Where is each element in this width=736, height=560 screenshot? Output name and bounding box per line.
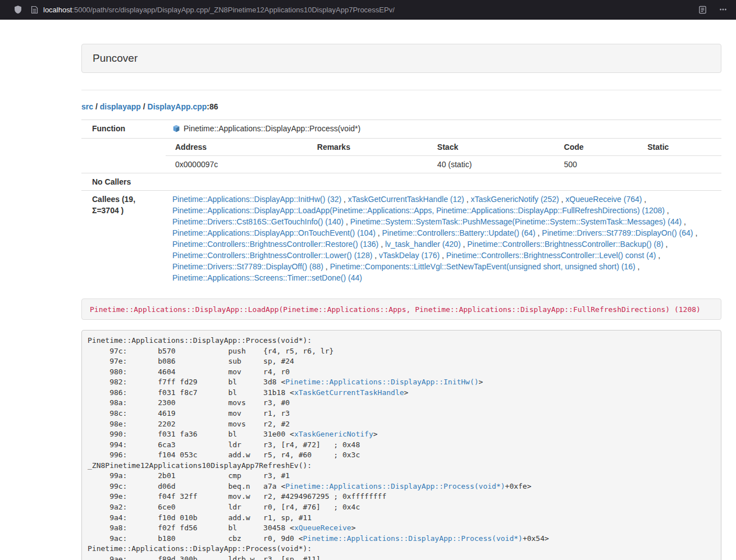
disassembly-symbol-link[interactable]: Pinetime::Applications::DisplayApp::Proc… — [285, 482, 505, 490]
stack-value: 40 (static) — [428, 156, 555, 173]
callee-link[interactable]: xTaskGetCurrentTaskHandle (12) — [348, 195, 464, 204]
disassembly-symbol-link[interactable]: Pinetime::Applications::DisplayApp::Init… — [285, 378, 478, 386]
callee-link[interactable]: Pinetime::Controllers::BrightnessControl… — [446, 251, 656, 260]
callee-link[interactable]: Pinetime::Controllers::Battery::Update()… — [382, 228, 536, 237]
function-table: Function Pinetime::Applications::Display… — [81, 120, 721, 286]
code-value: 500 — [555, 156, 638, 173]
callees-row: Callees (19, Σ=3704 ) Pinetime::Applicat… — [81, 191, 721, 287]
col-header-static: Static — [638, 139, 721, 156]
breadcrumb-separator: / — [141, 102, 148, 111]
callee-link[interactable]: xQueueReceive (764) — [565, 195, 642, 204]
no-callers-row: No Callers — [81, 173, 721, 191]
detail-row: Address Remarks Stack Code Static 0x0000… — [81, 139, 721, 173]
selected-symbol-panel: Pinetime::Applications::DisplayApp::Load… — [81, 299, 721, 320]
disassembly-symbol-link[interactable]: Pinetime::Applications::DisplayApp::Proc… — [303, 534, 523, 543]
function-name: Pinetime::Applications::DisplayApp::Proc… — [184, 124, 360, 133]
col-header-code: Code — [555, 139, 638, 156]
callee-link[interactable]: Pinetime::Controllers::BrightnessControl… — [467, 240, 663, 249]
selected-symbol: Pinetime::Applications::DisplayApp::Load… — [90, 305, 701, 314]
no-callers-cell — [166, 173, 721, 191]
callee-link[interactable]: xTaskGenericNotify (252) — [470, 195, 559, 204]
main-content: Puncover src / displayapp / DisplayApp.c… — [81, 44, 721, 560]
url-text: localhost:5000/path/src/displayapp/Displ… — [43, 6, 395, 14]
callee-link[interactable]: Pinetime::Controllers::BrightnessControl… — [172, 251, 372, 260]
callee-link[interactable]: Pinetime::Applications::DisplayApp::Load… — [172, 206, 665, 215]
function-type-icon — [172, 124, 180, 135]
breadcrumb-link-displayapp-cpp[interactable]: DisplayApp.cpp — [148, 102, 207, 111]
app-title[interactable]: Puncover — [93, 52, 138, 64]
callee-link[interactable]: Pinetime::Drivers::Cst816S::GetTouchInfo… — [172, 217, 344, 226]
no-callers-label: No Callers — [81, 173, 166, 191]
url-host: localhost — [43, 6, 72, 14]
detail-table: Address Remarks Stack Code Static 0x0000… — [166, 139, 721, 173]
breadcrumb-line-number: :86 — [207, 102, 218, 111]
detail-data-row: 0x0000097c 40 (static) 500 — [166, 156, 721, 173]
col-header-stack: Stack — [428, 139, 555, 156]
col-header-remarks: Remarks — [308, 139, 428, 156]
static-value — [638, 156, 721, 173]
detail-row-label — [81, 139, 166, 173]
divider — [81, 90, 721, 90]
disassembly-block: Pinetime::Applications::DisplayApp::Proc… — [81, 330, 721, 560]
url-path: :5000/path/src/displayapp/DisplayApp.cpp… — [72, 6, 395, 14]
url-bar[interactable]: localhost:5000/path/src/displayapp/Displ… — [31, 6, 686, 14]
callee-link[interactable]: Pinetime::System::SystemTask::PushMessag… — [350, 217, 682, 226]
app-title-panel: Puncover — [81, 44, 721, 73]
breadcrumb-separator: / — [93, 102, 100, 111]
callee-link[interactable]: vTaskDelay (176) — [379, 251, 440, 260]
disassembly-symbol-link[interactable]: xTaskGenericNotify — [294, 430, 373, 438]
detail-header-row: Address Remarks Stack Code Static — [166, 139, 721, 156]
col-header-address: Address — [166, 139, 308, 156]
breadcrumb: src / displayapp / DisplayApp.cpp:86 — [81, 101, 721, 112]
callee-link[interactable]: Pinetime::Applications::Screens::Timer::… — [172, 273, 362, 282]
function-label: Function — [81, 120, 166, 139]
callee-link[interactable]: lv_task_handler (420) — [385, 240, 461, 249]
remarks-value — [308, 156, 428, 173]
callee-link[interactable]: Pinetime::Applications::DisplayApp::OnTo… — [172, 228, 376, 237]
browser-toolbar: localhost:5000/path/src/displayapp/Displ… — [0, 0, 736, 20]
breadcrumb-link-displayapp[interactable]: displayapp — [100, 102, 141, 111]
disassembly-symbol-link[interactable]: xTaskGetCurrentTaskHandle — [294, 388, 404, 397]
disassembly-symbol-link[interactable]: xQueueReceive — [294, 524, 351, 532]
shield-icon[interactable] — [13, 5, 22, 14]
breadcrumb-link-src[interactable]: src — [81, 102, 93, 111]
page-icon — [31, 6, 38, 14]
callee-link[interactable]: Pinetime::Drivers::St7789::DisplayOff() … — [172, 262, 323, 271]
callee-link[interactable]: Pinetime::Controllers::BrightnessControl… — [172, 240, 378, 249]
callee-link[interactable]: Pinetime::Components::LittleVgl::SetNewT… — [330, 262, 636, 271]
callee-link[interactable]: Pinetime::Applications::DisplayApp::Init… — [172, 195, 341, 204]
function-row: Function Pinetime::Applications::Display… — [81, 120, 721, 139]
address-value: 0x0000097c — [166, 156, 308, 173]
reader-mode-icon[interactable] — [698, 6, 707, 14]
page-actions-icon[interactable] — [719, 6, 727, 13]
function-name-cell: Pinetime::Applications::DisplayApp::Proc… — [166, 120, 721, 139]
callees-cell: Pinetime::Applications::DisplayApp::Init… — [166, 191, 721, 287]
detail-cell: Address Remarks Stack Code Static 0x0000… — [166, 139, 721, 173]
callees-label: Callees (19, Σ=3704 ) — [81, 191, 166, 287]
callee-link[interactable]: Pinetime::Drivers::St7789::DisplayOn() (… — [542, 228, 693, 237]
